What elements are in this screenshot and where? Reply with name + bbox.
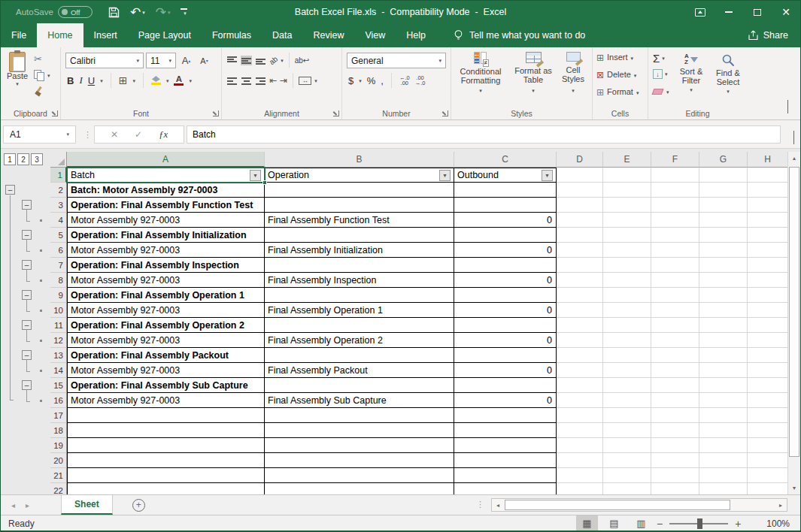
row-header-5[interactable]: 5: [50, 228, 67, 243]
vertical-scrollbar[interactable]: ▲▼: [787, 152, 800, 494]
cancel-entry-button[interactable]: ✕: [111, 129, 118, 140]
cell-C8[interactable]: 0: [454, 273, 557, 288]
borders-button[interactable]: ⊞: [119, 75, 128, 86]
cell-D8[interactable]: [557, 273, 603, 288]
cell-H6[interactable]: [748, 243, 788, 258]
cell-A1[interactable]: Batch▼: [67, 168, 265, 183]
cell-E13[interactable]: [603, 348, 651, 363]
delete-cells-caret-icon[interactable]: ▾: [634, 73, 637, 78]
tab-formulas[interactable]: Formulas: [202, 23, 262, 47]
row-header-14[interactable]: 14: [50, 363, 67, 378]
row-header-15[interactable]: 15: [50, 378, 67, 393]
cell-F12[interactable]: [651, 333, 699, 348]
cell-E11[interactable]: [603, 318, 651, 333]
cell-A13[interactable]: Operation: Final Assembly Packout: [67, 348, 265, 363]
cell-G12[interactable]: [699, 333, 748, 348]
font-size-combobox[interactable]: 11▾: [146, 53, 176, 68]
cell-F22[interactable]: [651, 483, 699, 494]
column-header-D[interactable]: D: [557, 152, 603, 168]
borders-caret-icon[interactable]: ▾: [132, 78, 135, 83]
cell-G2[interactable]: [699, 183, 748, 198]
cell-E10[interactable]: [603, 303, 651, 318]
cell-F18[interactable]: [651, 423, 699, 438]
sheet-tab-active[interactable]: Sheet: [61, 495, 113, 515]
tab-insert[interactable]: Insert: [83, 23, 128, 47]
cell-B4[interactable]: Final Assembly Function Test: [265, 213, 454, 228]
ribbon-display-options-button[interactable]: [686, 1, 715, 23]
cell-D18[interactable]: [557, 423, 603, 438]
cell-H2[interactable]: [748, 183, 788, 198]
zoom-slider[interactable]: [669, 523, 728, 524]
tab-home[interactable]: Home: [37, 23, 83, 47]
horizontal-scrollbar-thumb[interactable]: [505, 500, 730, 510]
row-header-17[interactable]: 17: [50, 408, 67, 423]
cell-B16[interactable]: Final Assembly Sub Capture: [265, 393, 454, 408]
cell-D15[interactable]: [557, 378, 603, 393]
italic-button[interactable]: I: [79, 74, 82, 86]
cell-C1[interactable]: Outbound▼: [454, 168, 557, 183]
cell-D17[interactable]: [557, 408, 603, 423]
sort-filter-button[interactable]: AZ Sort & Filter ▾: [673, 53, 709, 92]
fill-color-button[interactable]: [151, 76, 161, 85]
cell-H9[interactable]: [748, 288, 788, 303]
underline-caret-icon[interactable]: ▾: [100, 78, 103, 83]
next-sheet-button[interactable]: ▸: [26, 501, 29, 509]
cell-H3[interactable]: [748, 198, 788, 213]
font-color-caret-icon[interactable]: ▾: [189, 78, 192, 83]
cell-F1[interactable]: [651, 168, 699, 183]
save-button[interactable]: [105, 2, 123, 22]
cell-A5[interactable]: Operation: Final Assembly Initialization: [67, 228, 265, 243]
cell-A16[interactable]: Motor Assembly 927-0003: [67, 393, 265, 408]
cell-G6[interactable]: [699, 243, 748, 258]
column-header-C[interactable]: C: [454, 152, 557, 168]
cell-D21[interactable]: [557, 468, 603, 483]
cell-G14[interactable]: [699, 363, 748, 378]
cell-H19[interactable]: [748, 438, 788, 453]
cell-E4[interactable]: [603, 213, 651, 228]
accounting-caret-icon[interactable]: ▾: [359, 78, 362, 83]
scroll-down-button[interactable]: ▼: [789, 482, 799, 494]
cell-B20[interactable]: [265, 453, 454, 468]
undo-dropdown-caret-icon[interactable]: ▾: [142, 10, 145, 15]
cell-C15[interactable]: [454, 378, 557, 393]
cell-B1[interactable]: Operation▼: [265, 168, 454, 183]
insert-cells-caret-icon[interactable]: ▾: [631, 56, 634, 61]
cell-E7[interactable]: [603, 258, 651, 273]
cell-G7[interactable]: [699, 258, 748, 273]
zoom-out-button[interactable]: −: [657, 518, 663, 530]
row-header-2[interactable]: 2: [50, 183, 67, 198]
cell-D7[interactable]: [557, 258, 603, 273]
tab-page-layout[interactable]: Page Layout: [128, 23, 202, 47]
orientation-caret-icon[interactable]: ▾: [281, 58, 284, 63]
scroll-right-button[interactable]: ▸: [775, 499, 787, 511]
cell-C19[interactable]: [454, 438, 557, 453]
cell-G1[interactable]: [699, 168, 748, 183]
row-header-20[interactable]: 20: [50, 453, 67, 468]
row-header-12[interactable]: 12: [50, 333, 67, 348]
bottom-align-button[interactable]: [255, 56, 266, 65]
cell-H22[interactable]: [748, 483, 788, 494]
cell-C12[interactable]: 0: [454, 333, 557, 348]
cell-G10[interactable]: [699, 303, 748, 318]
cell-B2[interactable]: [265, 183, 454, 198]
cell-C3[interactable]: [454, 198, 557, 213]
row-header-3[interactable]: 3: [50, 198, 67, 213]
cell-E17[interactable]: [603, 408, 651, 423]
cell-G5[interactable]: [699, 228, 748, 243]
column-header-G[interactable]: G: [699, 152, 748, 168]
cell-B5[interactable]: [265, 228, 454, 243]
top-align-button[interactable]: [226, 56, 238, 65]
cell-D13[interactable]: [557, 348, 603, 363]
autosave-pill[interactable]: Off: [58, 6, 93, 18]
cell-B9[interactable]: [265, 288, 454, 303]
font-name-combobox[interactable]: Calibri▾: [65, 53, 144, 68]
cell-B13[interactable]: [265, 348, 454, 363]
name-box[interactable]: A1 ▾: [3, 125, 76, 144]
format-cells-label[interactable]: Format: [607, 88, 633, 97]
cell-E8[interactable]: [603, 273, 651, 288]
row-header-9[interactable]: 9: [50, 288, 67, 303]
paste-button[interactable]: Paste ▾: [5, 52, 29, 86]
undo-button[interactable]: ↶▾: [126, 2, 149, 22]
cell-G22[interactable]: [699, 483, 748, 494]
cell-D9[interactable]: [557, 288, 603, 303]
